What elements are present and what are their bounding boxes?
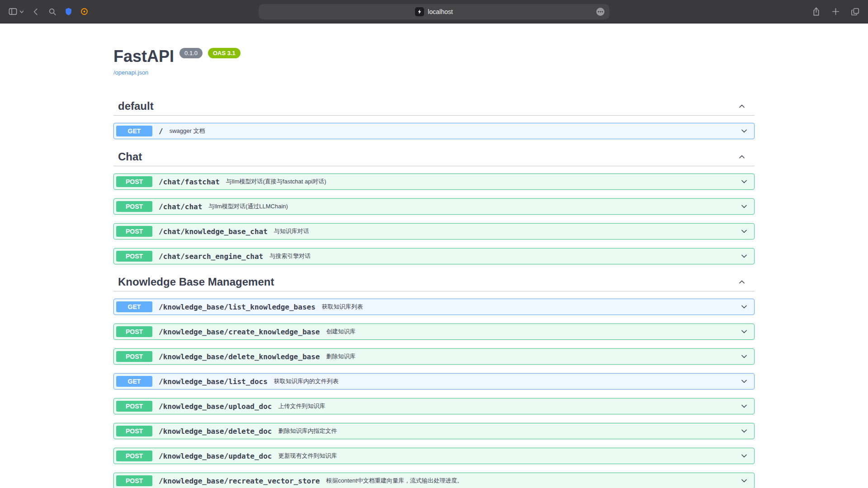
chevron-down-icon: [740, 476, 749, 485]
section-title: Knowledge Base Management: [118, 276, 274, 288]
sidebar-toggle-icon: [8, 7, 18, 16]
share-button[interactable]: [812, 7, 821, 16]
method-badge: POST: [116, 475, 152, 486]
section-operations: GET /knowledge_base/list_knowledge_bases…: [113, 299, 755, 488]
operation-path: /chat/fastchat: [159, 178, 220, 186]
expand-operation-button[interactable]: [740, 327, 749, 336]
operation-row[interactable]: POST /knowledge_base/upload_doc 上传文件到知识库: [113, 398, 755, 414]
section-header[interactable]: Knowledge Base Management: [113, 273, 755, 291]
operation-row[interactable]: POST /knowledge_base/delete_doc 删除知识库内指定…: [113, 423, 755, 439]
blue-extension-button[interactable]: [64, 7, 73, 16]
section-operations: POST /chat/fastchat 与llm模型对话(直接与fastchat…: [113, 174, 755, 264]
page-more-options-button[interactable]: [595, 7, 605, 17]
sidebar-toggle-button[interactable]: [8, 7, 18, 16]
collapse-section-button[interactable]: [737, 152, 746, 161]
openapi-spec-link[interactable]: /openapi.json: [113, 69, 148, 76]
operation-description: 删除知识库内指定文件: [278, 427, 337, 435]
new-tab-button[interactable]: [831, 7, 840, 16]
operation-row[interactable]: POST /knowledge_base/create_knowledge_ba…: [113, 324, 755, 340]
operation-description: 与llm模型对话(直接与fastchat api对话): [226, 178, 326, 186]
collapse-section-button[interactable]: [737, 102, 746, 111]
version-badge: 0.1.0: [179, 48, 203, 58]
sidebar-menu-button[interactable]: [19, 9, 24, 14]
expand-operation-button[interactable]: [740, 451, 749, 460]
operation-row[interactable]: POST /chat/chat 与llm模型对话(通过LLMChain): [113, 198, 755, 215]
operation-path: /knowledge_base/list_docs: [159, 377, 268, 386]
operation-row[interactable]: POST /knowledge_base/delete_knowledge_ba…: [113, 348, 755, 365]
chevron-down-icon: [740, 451, 749, 460]
operation-path: /knowledge_base/delete_doc: [159, 427, 272, 436]
expand-operation-button[interactable]: [740, 302, 749, 311]
section-operations: GET / swagger 文档: [113, 123, 755, 139]
expand-operation-button[interactable]: [740, 476, 749, 485]
chevron-down-icon: [740, 327, 749, 336]
expand-operation-button[interactable]: [740, 177, 749, 186]
expand-operation-button[interactable]: [740, 402, 749, 411]
section-title: Chat: [118, 150, 142, 163]
tab-overview-button[interactable]: [851, 7, 860, 16]
url-text: localhost: [428, 8, 453, 15]
page-title: FastAPI: [113, 47, 174, 66]
back-icon: [32, 7, 41, 16]
chevron-down-icon: [740, 427, 749, 436]
chevron-down-icon: [740, 402, 749, 411]
section-header[interactable]: Chat: [113, 148, 755, 166]
operation-row[interactable]: GET /knowledge_base/list_knowledge_bases…: [113, 299, 755, 315]
chevron-up-icon: [737, 152, 746, 161]
operation-row[interactable]: GET /knowledge_base/list_docs 获取知识库内的文件列…: [113, 373, 755, 389]
chevron-up-icon: [737, 102, 746, 111]
oas-badge: OAS 3.1: [208, 48, 241, 58]
method-badge: GET: [116, 301, 152, 312]
operation-row[interactable]: POST /knowledge_base/update_doc 更新现有文件到知…: [113, 448, 755, 464]
new-tab-icon: [831, 7, 840, 16]
method-badge: POST: [116, 401, 152, 412]
back-button[interactable]: [32, 7, 41, 16]
operation-row[interactable]: POST /chat/search_engine_chat 与搜索引擎对话: [113, 248, 755, 264]
swagger-ui: FastAPI 0.1.0 OAS 3.1 /openapi.json defa…: [113, 47, 755, 488]
site-favicon-icon: [415, 7, 424, 16]
chevron-down-icon: [740, 127, 749, 136]
operation-path: /chat/knowledge_base_chat: [159, 227, 268, 236]
expand-operation-button[interactable]: [740, 202, 749, 211]
orange-extension-icon: [80, 7, 89, 16]
chevron-down-icon: [740, 227, 749, 236]
search-button[interactable]: [48, 7, 57, 16]
operation-row[interactable]: GET / swagger 文档: [113, 123, 755, 139]
expand-operation-button[interactable]: [740, 377, 749, 386]
operation-description: 与llm模型对话(通过LLMChain): [208, 202, 288, 211]
chevron-up-icon: [737, 277, 746, 286]
operation-path: /knowledge_base/create_knowledge_base: [159, 328, 320, 336]
orange-extension-button[interactable]: [80, 7, 89, 16]
method-badge: POST: [116, 251, 152, 262]
operation-description: 更新现有文件到知识库: [278, 452, 337, 460]
api-section: default GET / swagger 文档: [113, 97, 755, 139]
operation-row[interactable]: POST /chat/fastchat 与llm模型对话(直接与fastchat…: [113, 174, 755, 190]
expand-operation-button[interactable]: [740, 127, 749, 136]
operation-path: /chat/chat: [159, 202, 202, 211]
method-badge: POST: [116, 226, 152, 237]
operation-path: /knowledge_base/list_knowledge_bases: [159, 303, 316, 311]
operation-path: /knowledge_base/update_doc: [159, 452, 272, 460]
collapse-section-button[interactable]: [737, 277, 746, 286]
expand-operation-button[interactable]: [740, 252, 749, 261]
expand-operation-button[interactable]: [740, 352, 749, 361]
method-badge: POST: [116, 201, 152, 212]
section-title: default: [118, 100, 154, 113]
chevron-down-icon: [740, 202, 749, 211]
operation-description: 与知识库对话: [274, 227, 309, 235]
operation-description: 与搜索引擎对话: [269, 252, 311, 260]
operation-row[interactable]: POST /chat/knowledge_base_chat 与知识库对话: [113, 223, 755, 239]
method-badge: POST: [116, 326, 152, 337]
address-bar[interactable]: localhost: [259, 4, 609, 19]
operation-description: 删除知识库: [326, 352, 355, 361]
section-header[interactable]: default: [113, 97, 755, 116]
api-sections: default GET / swagger 文档 Chat POST /chat…: [113, 97, 755, 488]
method-badge: POST: [116, 450, 152, 461]
operation-row[interactable]: POST /knowledge_base/recreate_vector_sto…: [113, 473, 755, 488]
operation-description: 获取知识库内的文件列表: [274, 377, 339, 385]
method-badge: GET: [116, 126, 152, 136]
chevron-down-icon: [740, 177, 749, 186]
operation-description: 上传文件到知识库: [278, 402, 325, 410]
expand-operation-button[interactable]: [740, 427, 749, 436]
expand-operation-button[interactable]: [740, 227, 749, 236]
